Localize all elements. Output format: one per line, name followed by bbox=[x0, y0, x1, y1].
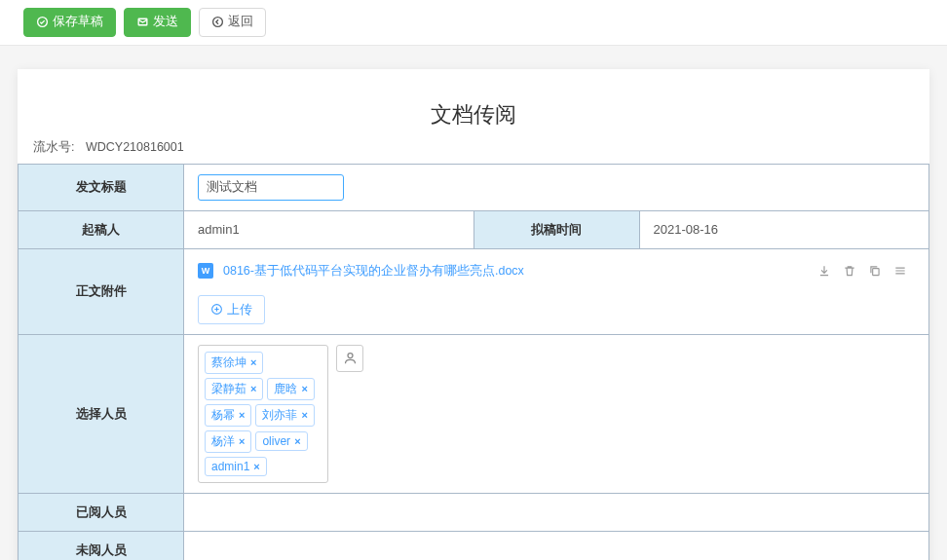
label-drafter: 起稿人 bbox=[19, 210, 184, 248]
tag-remove-icon[interactable]: × bbox=[250, 356, 256, 368]
tag-remove-icon[interactable]: × bbox=[239, 435, 245, 447]
person-tag[interactable]: oliver× bbox=[255, 431, 307, 451]
person-tag[interactable]: admin1× bbox=[205, 457, 267, 476]
tag-remove-icon[interactable]: × bbox=[294, 435, 300, 447]
draft-time-value: 2021-08-16 bbox=[639, 210, 929, 248]
svg-point-2 bbox=[213, 18, 223, 27]
person-tag[interactable]: 鹿晗× bbox=[267, 378, 314, 400]
back-arrow-icon bbox=[211, 16, 224, 28]
person-tag[interactable]: 杨幂× bbox=[205, 404, 251, 427]
person-tag-label: 梁静茹 bbox=[211, 381, 246, 397]
page-title: 文档传阅 bbox=[18, 100, 929, 130]
person-tag[interactable]: 刘亦菲× bbox=[255, 404, 314, 427]
send-button[interactable]: 发送 bbox=[124, 8, 191, 37]
drafter-value: admin1 bbox=[184, 210, 474, 248]
serial-line: 流水号: WDCY210816001 bbox=[18, 139, 929, 164]
send-label: 发送 bbox=[153, 14, 178, 31]
send-icon bbox=[136, 16, 149, 28]
person-picker-button[interactable] bbox=[336, 345, 363, 372]
back-button[interactable]: 返回 bbox=[199, 8, 266, 37]
people-tag-box[interactable]: 蔡徐坤×梁静茹×鹿晗×杨幂×刘亦菲×杨洋×oliver×admin1× bbox=[198, 345, 328, 483]
tag-remove-icon[interactable]: × bbox=[301, 409, 307, 421]
person-tag-label: oliver bbox=[262, 434, 290, 448]
check-circle-icon bbox=[36, 16, 49, 28]
label-select-people: 选择人员 bbox=[19, 334, 184, 493]
serial-value: WDCY210816001 bbox=[86, 140, 184, 154]
read-people-value bbox=[184, 493, 929, 531]
attachment-file-name: 0816-基于低代码平台实现的企业督办有哪些亮点.docx bbox=[223, 263, 808, 280]
person-tag[interactable]: 梁静茹× bbox=[205, 378, 263, 400]
top-toolbar: 保存草稿 发送 返回 bbox=[0, 0, 947, 46]
unread-people-value bbox=[184, 531, 929, 560]
person-tag-label: 杨幂 bbox=[211, 407, 235, 424]
label-draft-time: 拟稿时间 bbox=[474, 210, 639, 248]
person-tag-label: admin1 bbox=[211, 460, 249, 473]
person-tag[interactable]: 杨洋× bbox=[205, 430, 251, 453]
title-input[interactable] bbox=[198, 174, 344, 201]
label-unread-people: 未阅人员 bbox=[19, 531, 184, 560]
tag-remove-icon[interactable]: × bbox=[301, 383, 307, 394]
serial-label: 流水号: bbox=[33, 140, 74, 154]
tag-remove-icon[interactable]: × bbox=[253, 461, 259, 472]
label-read-people: 已阅人员 bbox=[19, 493, 184, 531]
person-tag-label: 鹿晗 bbox=[274, 381, 297, 397]
copy-icon[interactable] bbox=[868, 264, 882, 278]
tag-remove-icon[interactable]: × bbox=[250, 383, 256, 394]
download-icon[interactable] bbox=[817, 264, 831, 278]
person-tag[interactable]: 蔡徐坤× bbox=[205, 352, 263, 374]
word-file-icon: W bbox=[198, 263, 213, 279]
tag-remove-icon[interactable]: × bbox=[239, 409, 245, 421]
save-draft-label: 保存草稿 bbox=[53, 14, 103, 31]
save-draft-button[interactable]: 保存草稿 bbox=[23, 8, 116, 37]
person-tag-label: 蔡徐坤 bbox=[211, 355, 246, 371]
upload-label: 上传 bbox=[227, 301, 252, 318]
svg-rect-3 bbox=[873, 269, 879, 276]
form-table: 发文标题 起稿人 admin1 拟稿时间 2021-08-16 正文附件 W 0… bbox=[18, 164, 929, 561]
svg-point-5 bbox=[348, 354, 353, 358]
label-attachment: 正文附件 bbox=[19, 248, 184, 334]
form-paper: 文档传阅 流水号: WDCY210816001 发文标题 起稿人 bbox=[18, 69, 929, 561]
more-icon[interactable] bbox=[893, 264, 907, 278]
attachment-actions bbox=[817, 264, 907, 278]
person-tag-label: 刘亦菲 bbox=[262, 407, 297, 424]
upload-plus-icon bbox=[210, 303, 223, 316]
upload-button[interactable]: 上传 bbox=[198, 295, 265, 324]
attachment-row[interactable]: W 0816-基于低代码平台实现的企业督办有哪些亮点.docx bbox=[198, 259, 915, 283]
back-label: 返回 bbox=[228, 14, 253, 31]
label-title: 发文标题 bbox=[19, 164, 184, 210]
delete-icon[interactable] bbox=[843, 264, 856, 278]
person-tag-label: 杨洋 bbox=[211, 433, 235, 450]
